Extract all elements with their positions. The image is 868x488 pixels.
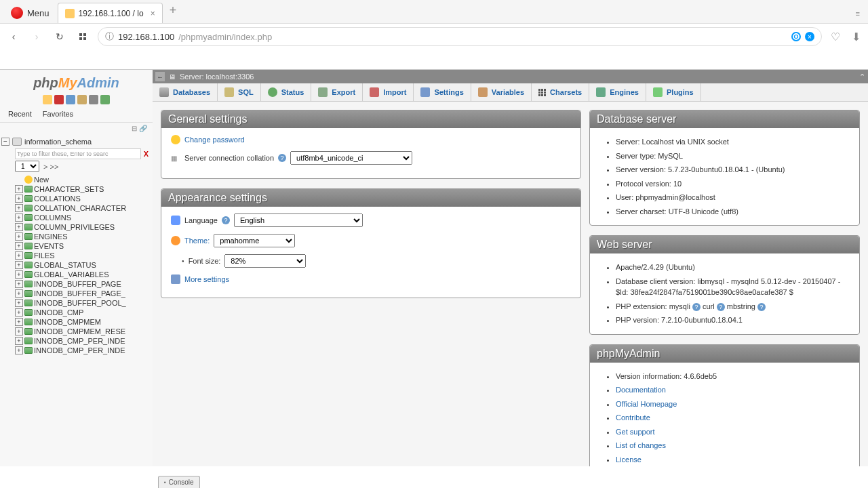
language-select[interactable]: English	[234, 214, 363, 227]
table-node[interactable]: + INNODB_BUFFER_PAGE_	[1, 289, 151, 298]
theme-select[interactable]: pmahomme	[214, 234, 295, 247]
help-icon[interactable]: ?	[757, 303, 766, 311]
pma-link[interactable]: License	[616, 455, 642, 464]
tab-export[interactable]: Export	[311, 83, 363, 101]
speed-dial-button[interactable]	[75, 28, 91, 45]
pma-link[interactable]: Official Homepage	[616, 400, 677, 408]
expand-icon[interactable]: +	[15, 195, 23, 203]
table-node[interactable]: + GLOBAL_STATUS	[1, 260, 151, 270]
tab-engines[interactable]: Engines	[589, 83, 646, 101]
table-node[interactable]: + COLLATION_CHARACTER	[1, 203, 151, 213]
nav-sql-icon[interactable]	[77, 95, 87, 104]
expand-icon[interactable]: +	[15, 318, 23, 326]
help-icon[interactable]: ?	[717, 303, 725, 311]
collapse-icon[interactable]: −	[1, 138, 9, 146]
db-node[interactable]: − information_schema	[1, 136, 151, 147]
expand-icon[interactable]: +	[15, 251, 23, 260]
expand-icon[interactable]: +	[15, 327, 23, 336]
expand-icon[interactable]: +	[15, 289, 23, 298]
collapse-all-icon[interactable]: ⊟ 🔗	[132, 125, 147, 132]
table-node[interactable]: + CHARACTER_SETS	[1, 184, 151, 194]
page-select[interactable]: 1	[15, 161, 39, 172]
table-label: CHARACTER_SETS	[34, 185, 104, 193]
expand-icon[interactable]: +	[15, 242, 23, 250]
more-settings-link[interactable]: More settings	[184, 275, 229, 283]
table-node[interactable]: + FILES	[1, 251, 151, 260]
expand-icon[interactable]: +	[15, 223, 23, 231]
home-icon[interactable]	[43, 95, 52, 104]
new-icon	[24, 176, 33, 184]
pager-next-button[interactable]: > >>	[43, 163, 58, 171]
pma-link[interactable]: Contribute	[616, 413, 650, 422]
tab-settings[interactable]: Settings	[414, 83, 471, 101]
address-bar[interactable]: ⓘ 192.168.1.100/phpmyadmin/index.php O ×	[98, 27, 822, 46]
help-icon[interactable]: ?	[222, 216, 230, 224]
change-password-link[interactable]: Change password	[184, 136, 245, 144]
browser-tab[interactable]: 192.168.1.100 / lo ×	[58, 3, 163, 23]
table-filter-input[interactable]	[15, 148, 141, 159]
expand-icon[interactable]: +	[15, 270, 23, 279]
server-breadcrumb[interactable]: Server: localhost:3306	[180, 73, 254, 81]
logout-icon[interactable]	[54, 95, 64, 104]
back-button[interactable]: ‹	[5, 28, 22, 45]
table-node[interactable]: + INNODB_CMPMEM	[1, 317, 151, 327]
refresh-icon[interactable]	[100, 95, 110, 104]
download-icon[interactable]: ⬇	[849, 30, 863, 43]
page-settings-icon[interactable]: ⌃	[859, 73, 865, 81]
tab-plugins[interactable]: Plugins	[646, 83, 701, 101]
table-node[interactable]: + INNODB_BUFFER_POOL_	[1, 298, 151, 308]
theme-label[interactable]: Theme:	[184, 237, 210, 245]
table-node[interactable]: + INNODB_CMP_PER_INDE	[1, 346, 151, 355]
table-node[interactable]: + EVENTS	[1, 241, 151, 251]
tab-charsets[interactable]: Charsets	[532, 83, 589, 101]
tab-sql[interactable]: SQL	[218, 83, 261, 101]
docs-icon[interactable]	[66, 95, 75, 104]
collapse-sidebar-button[interactable]: ←	[155, 72, 165, 81]
pma-link[interactable]: Get support	[616, 428, 654, 436]
table-node[interactable]: + COLUMN_PRIVILEGES	[1, 222, 151, 232]
table-node[interactable]: + COLUMNS	[1, 213, 151, 222]
table-node[interactable]: + ENGINES	[1, 232, 151, 241]
table-node[interactable]: + GLOBAL_VARIABLES	[1, 270, 151, 279]
expand-icon[interactable]: +	[15, 261, 23, 269]
tab-import[interactable]: Import	[363, 83, 414, 101]
expand-icon[interactable]: +	[15, 232, 23, 241]
new-tab-button[interactable]: +	[164, 1, 182, 20]
table-node[interactable]: + INNODB_CMP_PER_INDE	[1, 336, 151, 346]
expand-icon[interactable]: +	[15, 346, 23, 354]
clear-filter-icon[interactable]: X	[141, 150, 151, 158]
tab-status[interactable]: Status	[261, 83, 312, 101]
expand-icon[interactable]: +	[15, 214, 23, 222]
site-info-icon[interactable]: ⓘ	[105, 30, 114, 43]
table-node[interactable]: + INNODB_CMPMEM_RESE	[1, 327, 151, 336]
table-node[interactable]: + INNODB_BUFFER_PAGE	[1, 279, 151, 289]
expand-icon[interactable]: +	[15, 308, 23, 317]
favorites-tab[interactable]: Favorites	[40, 108, 76, 119]
new-table-link[interactable]: New	[1, 175, 151, 184]
tabbar-menu-icon[interactable]: ≡	[848, 4, 868, 23]
expand-icon[interactable]: +	[15, 204, 23, 212]
pma-link[interactable]: Documentation	[616, 386, 666, 394]
expand-icon[interactable]: +	[15, 280, 23, 288]
expand-icon[interactable]: +	[15, 299, 23, 307]
table-node[interactable]: + INNODB_CMP	[1, 308, 151, 317]
close-icon[interactable]: ×	[151, 9, 155, 18]
fontsize-select[interactable]: 82%	[224, 254, 306, 268]
recent-tab[interactable]: Recent	[5, 108, 35, 119]
pma-link[interactable]: List of changes	[616, 441, 666, 449]
gear-icon[interactable]	[89, 95, 98, 104]
bookmark-icon[interactable]: ♡	[829, 30, 842, 43]
reload-button[interactable]: ↻	[52, 28, 68, 45]
collation-select[interactable]: utf8mb4_unicode_ci	[290, 151, 412, 165]
expand-icon[interactable]: +	[15, 337, 23, 345]
tab-variables[interactable]: Variables	[471, 83, 532, 101]
table-node[interactable]: + COLLATIONS	[1, 194, 151, 203]
opera-menu-button[interactable]: Menu	[4, 3, 56, 23]
badge-icon[interactable]: O	[791, 32, 801, 41]
adblock-icon[interactable]: ×	[805, 32, 814, 41]
help-icon[interactable]: ?	[692, 303, 701, 311]
table-icon	[24, 281, 33, 287]
tab-databases[interactable]: Databases	[153, 83, 218, 101]
help-icon[interactable]: ?	[278, 154, 286, 162]
expand-icon[interactable]: +	[15, 185, 23, 193]
